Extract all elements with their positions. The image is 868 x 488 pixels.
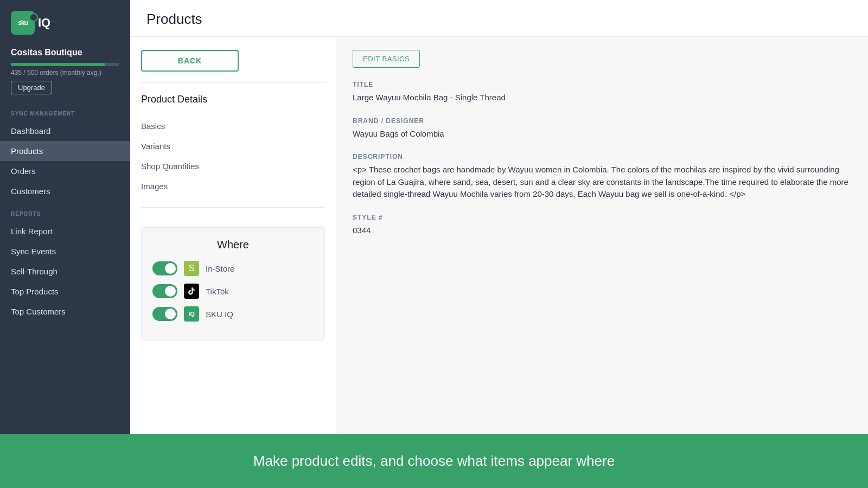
logo-icon-text: sku <box>18 19 28 27</box>
field-value-description: <p> These crochet bags are handmade by W… <box>353 164 852 201</box>
logo-icon: sku <box>11 11 35 35</box>
toggle-instore[interactable] <box>152 261 177 275</box>
field-brand: BRAND / DESIGNER Wayuu Bags of Colombia <box>353 117 852 140</box>
sidebar-item-link-report[interactable]: Link Report <box>0 221 130 241</box>
right-panel: EDIT BASICS TITLE Large Wayuu Mochila Ba… <box>336 37 868 434</box>
sidebar-nav-item-customers[interactable]: Customers <box>0 181 130 201</box>
store-name: Cositas Boutique <box>11 48 119 57</box>
field-title: TITLE Large Wayuu Mochila Bag - Single T… <box>353 81 852 104</box>
page-title: Products <box>146 11 852 28</box>
sidebar-item-sell-through[interactable]: Sell-Through <box>0 261 130 281</box>
page-header: Products <box>130 0 868 37</box>
where-label-skuiq: SKU IQ <box>206 310 233 319</box>
field-label-description: DESCRIPTION <box>353 153 852 160</box>
toggle-skuiq[interactable] <box>152 307 177 321</box>
left-panel: BACK Product Details Basics Variants Sho… <box>130 37 336 434</box>
where-item-skuiq: IQ SKU IQ <box>152 306 314 322</box>
sidebar: sku IQ Cositas Boutique 435 / 500 orders… <box>0 0 130 434</box>
sidebar-item-top-customers[interactable]: Top Customers <box>0 301 130 322</box>
field-value-style: 0344 <box>353 224 852 237</box>
sync-management-label: SYNC MANAGEMENT <box>0 101 130 121</box>
back-button[interactable]: BACK <box>141 50 239 72</box>
edit-basics-button[interactable]: EDIT BASICS <box>353 50 420 68</box>
store-info: Cositas Boutique 435 / 500 orders (month… <box>0 43 130 101</box>
where-label-tiktok: TikTok <box>206 287 229 296</box>
tiktok-icon <box>184 284 199 299</box>
sidebar-item-top-products[interactable]: Top Products <box>0 281 130 301</box>
where-item-instore: S In-Store <box>152 261 314 276</box>
toggle-tiktok[interactable] <box>152 284 177 298</box>
where-title: Where <box>152 239 314 251</box>
nav-basics[interactable]: Basics <box>141 116 325 136</box>
orders-label: 435 / 500 orders (monthly avg.) <box>11 69 119 76</box>
sidebar-nav-item-orders[interactable]: Orders <box>0 161 130 181</box>
sidebar-nav-item-dashboard[interactable]: Dashboard <box>0 121 130 141</box>
sidebar-item-sync-events[interactable]: Sync Events <box>0 241 130 261</box>
field-label-brand: BRAND / DESIGNER <box>353 117 852 125</box>
field-value-title: Large Wayuu Mochila Bag - Single Thread <box>353 92 852 104</box>
field-style: STYLE # 0344 <box>353 214 852 237</box>
sidebar-nav-item-products[interactable]: Products <box>0 141 130 161</box>
bottom-banner: Make product edits, and choose what item… <box>0 434 868 488</box>
nav-variants[interactable]: Variants <box>141 136 325 156</box>
nav-shop-quantities[interactable]: Shop Quantities <box>141 156 325 176</box>
skuiq-icon: IQ <box>184 306 199 322</box>
toggle-knob-instore <box>165 263 176 274</box>
divider-1 <box>141 82 325 83</box>
upgrade-button[interactable]: Upgrade <box>11 81 52 94</box>
progress-bar <box>11 63 119 66</box>
toggle-knob-tiktok <box>165 286 176 297</box>
where-label-instore: In-Store <box>206 264 234 273</box>
where-section: Where S In-Store <box>141 227 325 341</box>
logo: sku IQ <box>0 0 130 43</box>
progress-fill <box>11 63 105 66</box>
shopify-icon: S <box>184 261 199 276</box>
logo-text: IQ <box>38 16 50 30</box>
main-content: Products BACK Product Details Basics Var… <box>130 0 868 434</box>
product-details-title: Product Details <box>141 94 325 105</box>
where-item-tiktok: TikTok <box>152 284 314 299</box>
banner-text: Make product edits, and choose what item… <box>253 453 615 470</box>
field-label-style: STYLE # <box>353 214 852 221</box>
field-label-title: TITLE <box>353 81 852 88</box>
divider-2 <box>141 207 325 208</box>
nav-images[interactable]: Images <box>141 176 325 196</box>
reports-label: REPORTS <box>0 201 130 221</box>
toggle-knob-skuiq <box>165 309 176 319</box>
content-area: BACK Product Details Basics Variants Sho… <box>130 37 868 434</box>
field-description: DESCRIPTION <p> These crochet bags are h… <box>353 153 852 201</box>
field-value-brand: Wayuu Bags of Colombia <box>353 128 852 140</box>
